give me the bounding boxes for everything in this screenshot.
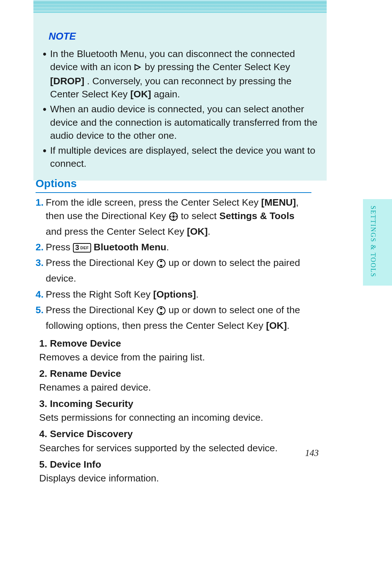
key-label: [OK]	[130, 89, 151, 100]
directional-key-updown-icon	[156, 306, 166, 319]
option-item: 4. Service Discovery Searches for servic…	[39, 427, 311, 455]
option-item: 3. Incoming Security Sets permissions fo…	[39, 397, 311, 424]
side-tab-label: SETTINGS & TOOLS	[368, 206, 377, 277]
step: 4. Press the Right Soft Key [Options].	[36, 288, 311, 301]
key-label: [MENU]	[261, 197, 296, 208]
option-item: 1. Remove Device Removes a device from t…	[39, 337, 311, 364]
text: .	[287, 320, 289, 331]
section-title: Options	[36, 176, 311, 193]
option-desc: Searches for services supported by the s…	[39, 441, 311, 455]
text: again.	[154, 89, 180, 100]
option-label: 4. Service Discovery	[39, 427, 311, 441]
step-list: 1. From the idle screen, press the Cente…	[36, 196, 311, 332]
directional-key-4way-icon	[169, 211, 178, 225]
options-section: Options 1. From the idle screen, press t…	[36, 176, 311, 488]
text: by pressing the Center Select Key	[145, 61, 290, 72]
text: .	[196, 289, 199, 300]
step: 1. From the idle screen, press the Cente…	[36, 196, 311, 238]
key-letters: DEF	[80, 246, 89, 250]
note-list: In the Bluetooth Menu, you can disconnec…	[42, 47, 318, 170]
step: 3. Press the Directional Key up or down …	[36, 256, 311, 285]
chevron-right-outline-icon	[134, 61, 142, 74]
text: to select	[181, 210, 219, 221]
menu-label: Settings & Tools	[219, 210, 294, 221]
option-label: 3. Incoming Security	[39, 397, 311, 411]
text: Press the Right Soft Key	[46, 289, 153, 300]
key-label: [Options]	[153, 289, 196, 300]
page-number: 143	[305, 447, 319, 459]
step-number: 4.	[36, 288, 44, 301]
option-desc: Sets permissions for connecting an incom…	[39, 411, 311, 424]
option-item: 2. Rename Device Renames a paired device…	[39, 367, 311, 394]
text: If multiple devices are displayed, selec…	[50, 145, 315, 169]
svg-point-1	[172, 215, 175, 218]
text: When an audio device is connected, you c…	[50, 104, 318, 141]
option-label: 5. Device Info	[39, 458, 311, 471]
key-label: [OK]	[187, 226, 208, 237]
option-desc: Displays device information.	[39, 472, 311, 485]
text: From the idle screen, press the Center S…	[46, 197, 261, 208]
option-desc: Renames a paired device.	[39, 381, 311, 394]
step-number: 1.	[36, 196, 44, 209]
text: Press the Directional Key	[46, 257, 156, 268]
note-title: NOTE	[49, 30, 318, 44]
note-item: When an audio device is connected, you c…	[42, 102, 318, 142]
text: .	[166, 242, 169, 253]
key-label: [OK]	[266, 320, 287, 331]
text: and press the Center Select Key	[46, 226, 187, 237]
text: Press	[46, 242, 73, 253]
note-item: If multiple devices are displayed, selec…	[42, 144, 318, 170]
step: 2. Press 3DEF Bluetooth Menu.	[36, 241, 311, 254]
key-label: [DROP]	[50, 76, 84, 86]
option-label: 1. Remove Device	[39, 337, 311, 350]
directional-key-updown-icon	[156, 258, 166, 272]
option-label: 2. Rename Device	[39, 367, 311, 380]
phone-key-3-icon: 3DEF	[73, 243, 91, 253]
menu-label: Bluetooth Menu	[94, 242, 166, 253]
option-items: 1. Remove Device Removes a device from t…	[39, 337, 311, 485]
text: .	[208, 226, 210, 237]
option-desc: Removes a device from the pairing list.	[39, 351, 311, 364]
text: Press the Directional Key	[46, 304, 156, 315]
key-digit: 3	[75, 243, 79, 251]
side-tab: SETTINGS & TOOLS	[363, 199, 392, 286]
note-box: NOTE In the Bluetooth Menu, you can disc…	[33, 1, 327, 181]
note-item: In the Bluetooth Menu, you can disconnec…	[42, 47, 318, 101]
option-item: 5. Device Info Displays device informati…	[39, 458, 311, 485]
step-number: 5.	[36, 303, 44, 317]
step-number: 3.	[36, 256, 44, 270]
step: 5. Press the Directional Key up or down …	[36, 303, 311, 332]
step-number: 2.	[36, 241, 44, 254]
